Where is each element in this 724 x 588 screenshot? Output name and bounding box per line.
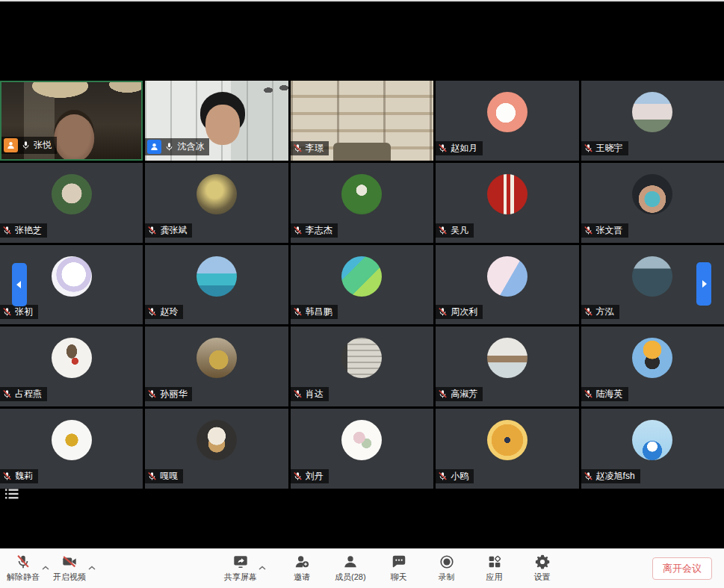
- mic-status-icon: [293, 389, 303, 399]
- participant-tile[interactable]: 沈含冰: [145, 81, 288, 161]
- participant-tile[interactable]: 张文晋: [581, 163, 724, 243]
- participant-nameplate: 赵玲: [145, 305, 183, 319]
- participant-name: 周次利: [451, 306, 477, 318]
- participant-nameplate: 张初: [0, 305, 38, 319]
- mic-status-icon: [2, 389, 12, 399]
- participant-tile[interactable]: 张悦: [0, 81, 143, 161]
- participant-tile[interactable]: 吴凡: [436, 163, 578, 243]
- previous-page-arrow-button[interactable]: [12, 263, 27, 306]
- user-role-badge-icon: [147, 140, 161, 154]
- participant-name: 高淑芳: [451, 389, 477, 400]
- mic-status-icon: [584, 307, 593, 317]
- unmute-button[interactable]: 解除静音: [6, 553, 40, 583]
- members-button[interactable]: 成员(28): [335, 553, 366, 583]
- participant-tile[interactable]: 陆海英: [581, 327, 724, 406]
- avatar: [197, 338, 237, 378]
- share-options-chevron[interactable]: [259, 560, 266, 573]
- participant-name: 张初: [15, 306, 33, 318]
- chat-button[interactable]: 聊天: [384, 553, 414, 583]
- members-label: 成员(28): [335, 572, 366, 583]
- mic-options-chevron[interactable]: [42, 560, 49, 573]
- participant-tile[interactable]: 赵玲: [145, 245, 288, 325]
- mic-status-icon: [164, 142, 174, 152]
- avatar: [487, 420, 527, 460]
- participant-name: 张文晋: [596, 225, 623, 236]
- participant-name: 吴凡: [451, 225, 468, 236]
- unmute-label: 解除静音: [7, 572, 40, 583]
- participant-tile[interactable]: 刘丹: [291, 409, 433, 489]
- chat-label: 聊天: [391, 572, 407, 583]
- participant-tile[interactable]: 周次利: [436, 245, 578, 325]
- participant-name: 张悦: [34, 140, 52, 151]
- participant-tile[interactable]: 赵如月: [436, 81, 578, 161]
- leave-meeting-button[interactable]: 离开会议: [652, 557, 712, 580]
- mic-status-icon: [584, 143, 593, 153]
- participant-nameplate: 王晓宇: [581, 141, 628, 155]
- avatar: [341, 420, 382, 460]
- participant-name: 魏莉: [15, 471, 33, 482]
- avatar: [632, 92, 672, 132]
- participant-nameplate: 张艳芝: [0, 223, 47, 238]
- apps-grid-icon: [486, 553, 504, 571]
- apps-button[interactable]: 应用: [480, 553, 510, 583]
- chat-bubble-icon: [390, 553, 408, 571]
- participant-name: 赵凌旭fsh: [596, 471, 635, 482]
- avatar: [632, 420, 672, 460]
- mic-status-icon: [147, 389, 157, 399]
- start-video-button[interactable]: 开启视频: [52, 553, 87, 583]
- participant-name: 小鸥: [451, 471, 468, 482]
- avatar: [487, 92, 527, 132]
- mic-status-icon: [438, 471, 448, 481]
- invite-person-plus-icon: [293, 553, 311, 571]
- participant-nameplate: 李璟: [291, 141, 329, 155]
- video-options-chevron[interactable]: [88, 560, 96, 573]
- avatar: [197, 420, 237, 460]
- invite-button[interactable]: 邀请: [287, 553, 317, 583]
- participant-tile[interactable]: 肖达: [291, 327, 433, 406]
- mic-status-icon: [584, 226, 593, 235]
- share-screen-icon: [232, 553, 250, 571]
- participant-name: 赵玲: [160, 306, 178, 318]
- participant-name: 占程燕: [15, 389, 42, 400]
- share-screen-button[interactable]: 共享屏幕: [224, 553, 257, 583]
- participant-tile[interactable]: 龚张斌: [145, 163, 288, 243]
- participant-tile[interactable]: 魏莉: [0, 409, 143, 489]
- mic-status-icon: [293, 226, 303, 235]
- participant-tile[interactable]: 韩昌鹏: [291, 245, 433, 325]
- participant-tile[interactable]: 赵凌旭fsh: [581, 409, 724, 489]
- avatar: [487, 174, 527, 214]
- avatar: [487, 256, 527, 297]
- settings-button[interactable]: 设置: [527, 553, 557, 583]
- avatar: [632, 338, 672, 378]
- mic-status-icon: [21, 140, 31, 150]
- record-button[interactable]: 录制: [432, 553, 462, 583]
- next-page-arrow-button[interactable]: [696, 262, 711, 306]
- participant-name: 陆海英: [596, 389, 623, 400]
- participant-tile[interactable]: 李璟: [291, 81, 433, 161]
- participant-tile[interactable]: 高淑芳: [436, 327, 578, 406]
- participant-tile[interactable]: 王晓宇: [581, 81, 724, 161]
- mic-status-icon: [438, 226, 448, 235]
- participant-nameplate: 嘎嘎: [145, 469, 183, 483]
- mic-status-icon: [584, 471, 593, 481]
- mic-status-icon: [293, 307, 303, 317]
- participant-nameplate: 龚张斌: [145, 223, 192, 238]
- avatar: [52, 420, 92, 460]
- apps-label: 应用: [486, 572, 503, 583]
- participant-tile[interactable]: 占程燕: [0, 327, 143, 406]
- participant-tile[interactable]: 小鸥: [436, 409, 578, 489]
- avatar: [632, 174, 672, 214]
- participant-tile[interactable]: 嘎嘎: [145, 409, 288, 489]
- participant-name: 李璟: [306, 143, 324, 154]
- participant-tile[interactable]: 孙丽华: [145, 327, 288, 406]
- participant-tile[interactable]: 张艳芝: [0, 163, 143, 243]
- avatar: [632, 256, 672, 297]
- participant-tile[interactable]: 李志杰: [291, 163, 433, 243]
- mic-status-icon: [2, 226, 12, 235]
- participant-nameplate: 刘丹: [291, 469, 329, 483]
- camera-off-icon: [61, 553, 78, 571]
- participant-name: 韩昌鹏: [306, 306, 332, 318]
- layout-list-button[interactable]: [4, 488, 19, 503]
- participant-grid: 张悦 沈含冰: [0, 81, 724, 489]
- participant-nameplate: 张文晋: [581, 223, 628, 238]
